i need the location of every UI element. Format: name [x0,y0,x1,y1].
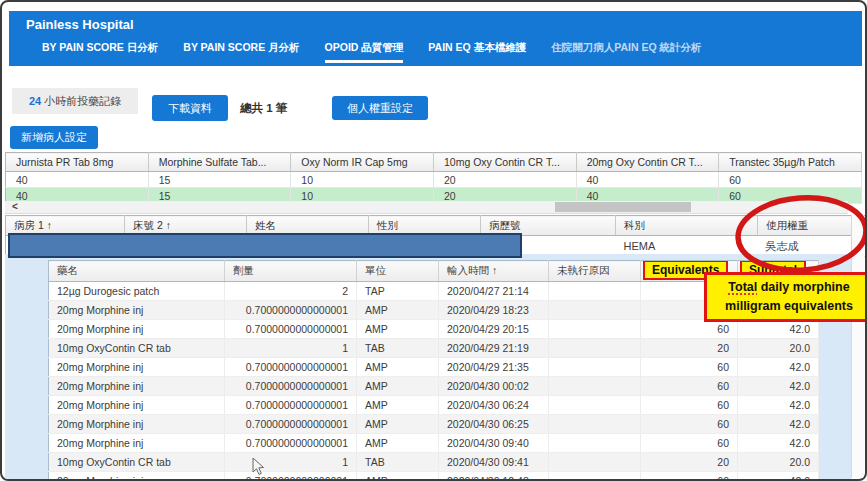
detail-table-cell: 20mg Morphine inj [49,415,225,434]
detail-table-cell: TAP [357,282,439,301]
detail-table-cell: 2020/04/30 09:40 [439,434,549,453]
scroll-left-icon[interactable]: < [12,201,18,213]
detail-table-cell: 60 [641,415,738,434]
med-table-column-header[interactable]: Oxy Norm IR Cap 5mg [291,153,434,172]
callout-text: Total [728,280,757,294]
detail-table-cell: 0.7000000000000001 [225,396,357,415]
tab-1[interactable]: BY PAIN SCORE 日分析 [42,41,158,63]
detail-table-cell: 10mg OxyContin CR tab [49,453,225,472]
personal-weight-button[interactable]: 個人權重設定 [332,96,428,120]
detail-table-cell: AMP [357,320,439,339]
horizontal-scrollbar-thumb[interactable] [555,202,691,212]
detail-column-header[interactable]: 輸入時間 ↑ [439,261,549,282]
record-count: 總共 1 筆 [240,101,287,116]
detail-column-header[interactable]: 未執行原因 [549,261,641,282]
detail-table-cell: 0.7000000000000001 [225,415,357,434]
med-table-row[interactable]: 401510204060 [6,172,862,188]
detail-table-cell [549,396,641,415]
add-patient-button[interactable]: 新增病人設定 [10,126,98,149]
detail-table-cell: 12µg Durogesic patch [49,282,225,301]
detail-table-cell: 60 [641,396,738,415]
detail-table-cell: 2020/04/29 21:35 [439,358,549,377]
nav-tabs: BY PAIN SCORE 日分析BY PAIN SCORE 月分析OPOID … [42,41,701,63]
tab-4[interactable]: PAIN EQ 基本檔維護 [428,41,526,63]
app-header: Painless Hospital BY PAIN SCORE 日分析BY PA… [9,11,862,66]
medication-weight-table: Jurnista PR Tab 8mgMorphine Sulfate Tab.… [5,152,862,204]
detail-table-cell: 42.0 [738,434,819,453]
detail-table-cell: 20mg Morphine inj [49,472,225,481]
detail-table-cell: AMP [357,358,439,377]
callout-text: daily morphine [757,280,849,294]
detail-table-row[interactable]: 10mg OxyContin CR tab1TAB2020/04/29 21:1… [49,339,819,358]
app-window: Painless Hospital BY PAIN SCORE 日分析BY PA… [0,0,867,481]
detail-table-cell [549,415,641,434]
detail-table-row[interactable]: 10mg OxyContin CR tab1TAB2020/04/30 09:4… [49,453,819,472]
detail-column-header[interactable]: 藥名 [49,261,225,282]
download-button[interactable]: 下載資料 [152,95,228,121]
detail-table-row[interactable]: 20mg Morphine inj0.7000000000000001AMP20… [49,301,819,320]
detail-table-cell: 20.0 [738,339,819,358]
detail-table-row[interactable]: 12µg Durogesic patch2TAP2020/04/27 21:14… [49,282,819,301]
detail-table-cell: AMP [357,472,439,481]
med-table-column-header[interactable]: 20mg Oxy Contin CR T... [576,153,719,172]
detail-table-cell: 1 [225,339,357,358]
med-table-header-row: Jurnista PR Tab 8mgMorphine Sulfate Tab.… [6,153,862,172]
detail-table-cell: AMP [357,377,439,396]
detail-table-cell: 20.0 [738,453,819,472]
detail-column-header[interactable]: 單位 [357,261,439,282]
detail-table-cell: 60 [641,377,738,396]
tab-5[interactable]: 住院開刀病人PAIN EQ 統計分析 [551,41,701,63]
detail-column-header[interactable]: 劑量 [225,261,357,282]
detail-table-row[interactable]: 20mg Morphine inj0.7000000000000001AMP20… [49,396,819,415]
detail-table-cell: 2020/04/30 06:25 [439,415,549,434]
detail-table-cell [549,377,641,396]
detail-table-cell: 20mg Morphine inj [49,320,225,339]
detail-table-row[interactable]: 20mg Morphine inj0.7000000000000001AMP20… [49,358,819,377]
tab-3[interactable]: OPOID 品質管理 [325,41,404,63]
detail-table-cell: 20mg Morphine inj [49,434,225,453]
detail-table-cell: 60 [641,358,738,377]
detail-table-cell: AMP [357,415,439,434]
med-table-cell: 10 [291,172,434,188]
horizontal-scrollbar[interactable]: < [5,201,848,214]
detail-table-cell: 2020/04/29 21:19 [439,339,549,358]
med-table-cell: 15 [148,172,291,188]
detail-table-cell: 2020/04/29 18:23 [439,301,549,320]
med-table-column-header[interactable]: 10mg Oxy Contin CR T... [433,153,576,172]
detail-table-cell [549,301,641,320]
detail-table-cell: 60 [641,320,738,339]
callout-text: milligram equivalents [725,299,853,313]
med-table-cell: 40 [576,172,719,188]
detail-table-cell [549,282,641,301]
vertical-scrollbar-gutter[interactable] [851,215,864,478]
period-text: 小時前投藥記錄 [44,94,121,109]
annotation-callout: Total daily morphine milligram equivalen… [704,272,867,322]
detail-table-row[interactable]: 20mg Morphine inj0.7000000000000001AMP20… [49,434,819,453]
detail-table-cell: 0.7000000000000001 [225,358,357,377]
patient-column-header[interactable]: 科別 [616,216,758,236]
detail-table-cell: 20mg Morphine inj [49,301,225,320]
detail-table-cell: 2020/04/30 09:41 [439,453,549,472]
detail-table-row[interactable]: 20mg Morphine inj0.7000000000000001AMP20… [49,415,819,434]
detail-table-cell: 20mg Morphine inj [49,358,225,377]
detail-table-cell: 0.7000000000000001 [225,434,357,453]
med-table-cell: 20 [433,172,576,188]
detail-table-cell: 1 [225,453,357,472]
tab-2[interactable]: BY PAIN SCORE 月分析 [183,41,299,63]
detail-table-cell: 0.7000000000000001 [225,320,357,339]
detail-table-cell: TAB [357,453,439,472]
detail-table-row[interactable]: 20mg Morphine inj0.7000000000000001AMP20… [49,320,819,339]
med-table-column-header[interactable]: Transtec 35µg/h Patch [719,153,862,172]
detail-table-row[interactable]: 20mg Morphine inj0.7000000000000001AMP20… [49,472,819,481]
detail-table-cell: 42.0 [738,472,819,481]
detail-table-cell: 60 [641,434,738,453]
med-table-column-header[interactable]: Jurnista PR Tab 8mg [6,153,149,172]
detail-table-cell: 42.0 [738,415,819,434]
detail-table-cell: AMP [357,434,439,453]
detail-table-cell: 0.7000000000000001 [225,377,357,396]
detail-table-cell: 42.0 [738,377,819,396]
detail-header-row: 藥名劑量單位輸入時間 ↑未執行原因EquivalentsSubtotal [49,261,819,282]
med-table-column-header[interactable]: Morphine Sulfate Tab... [148,153,291,172]
detail-table-row[interactable]: 20mg Morphine inj0.7000000000000001AMP20… [49,377,819,396]
detail-table-cell: 2 [225,282,357,301]
